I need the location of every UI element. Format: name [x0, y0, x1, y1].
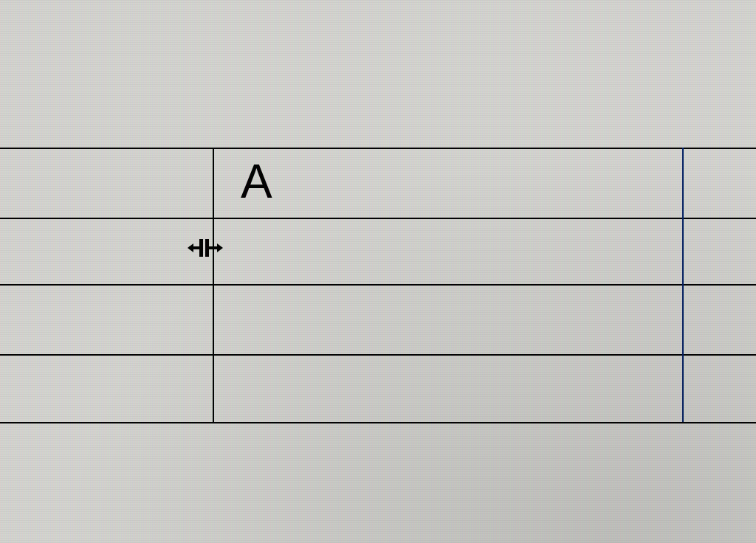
- cell[interactable]: [214, 219, 681, 283]
- row-gridline: [0, 422, 756, 423]
- cell[interactable]: [214, 286, 681, 353]
- cell[interactable]: [214, 149, 681, 216]
- column-gridline: [682, 148, 684, 422]
- spreadsheet-grid[interactable]: A: [0, 0, 756, 543]
- cell[interactable]: [214, 356, 681, 421]
